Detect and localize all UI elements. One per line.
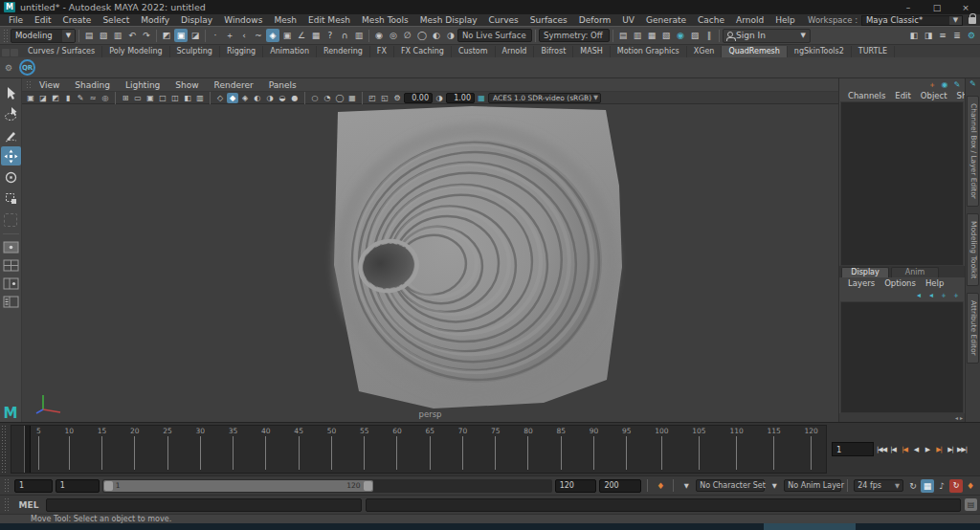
exposure-icon[interactable]: ⚙ [391, 93, 403, 103]
arnold-renderview-icon[interactable]: ◉ [674, 29, 687, 42]
panel-menu-item[interactable]: View [32, 80, 67, 90]
history-half2-icon[interactable]: ◑ [444, 29, 457, 42]
channel-box-list[interactable] [840, 101, 964, 266]
safe-action-icon[interactable]: ◧ [182, 93, 193, 103]
open-scene-icon[interactable]: ▧ [97, 29, 110, 42]
menu-item[interactable]: Surfaces [524, 15, 573, 25]
anim-layer-dropdown[interactable]: No Anim Layer [784, 479, 841, 492]
shelf-tab[interactable]: TURTLE [852, 46, 895, 57]
speed-ramp-icon[interactable]: ◉ [940, 80, 949, 89]
workspace-dropdown[interactable]: Maya Classic* ▼ [861, 15, 963, 26]
channel-box-toggle-icon[interactable]: ≡ [936, 29, 949, 42]
time-slider-preferences-icon[interactable]: ▦ [921, 479, 934, 493]
range-start-handle[interactable] [104, 481, 113, 491]
lasso-select-tool[interactable] [1, 104, 21, 123]
undo-icon[interactable]: ↶ [125, 29, 139, 42]
field-chart-icon[interactable]: ◫ [169, 93, 181, 103]
xray-icon[interactable]: ◰ [367, 93, 378, 103]
shelf-tab[interactable]: QuadRemesh [722, 46, 787, 57]
playback-loop-icon[interactable]: ↻ [906, 479, 920, 493]
step-back-key-button[interactable]: |◀ [899, 444, 910, 455]
chevron-down-icon[interactable]: ▼ [768, 479, 781, 493]
outliner-layout-button[interactable] [2, 295, 20, 309]
safe-title-icon[interactable]: ▥ [194, 93, 206, 103]
panel-menu-item[interactable]: Lighting [118, 80, 167, 90]
menu-item[interactable]: Help [769, 15, 801, 25]
select-object-icon[interactable]: ▣ [174, 29, 188, 42]
workspace-lock-icon[interactable] [969, 17, 976, 24]
range-grip[interactable] [4, 478, 11, 493]
move-layer-up-icon[interactable]: ◂ [914, 291, 924, 300]
resolution-gate-icon[interactable]: ▣ [145, 93, 156, 103]
step-forward-key-button[interactable]: ▶| [933, 444, 945, 455]
modeling-toolkit-toggle-icon[interactable]: ◧ [907, 29, 921, 42]
move-layer-down-icon[interactable]: ◂ [926, 291, 936, 300]
menu-item[interactable]: Mesh Display [414, 15, 483, 25]
menu-item[interactable]: Mesh [268, 15, 302, 25]
image-plane-icon[interactable]: ▮ [62, 93, 74, 103]
gamma-icon[interactable]: ◑ [434, 93, 445, 103]
history-circle-icon[interactable]: ◯ [415, 29, 429, 42]
exposure-field[interactable]: 0.00 [404, 93, 433, 103]
timeline-track[interactable]: 5 10 15 20 25 30 35 [11, 425, 827, 474]
isolate-select-icon[interactable]: ◎ [100, 93, 111, 103]
anim-start-field[interactable]: 1 [14, 479, 53, 493]
shelf-tab[interactable]: Bifrost [534, 46, 573, 57]
shelf-tab[interactable]: Curves / Surfaces [21, 46, 102, 57]
layer-editor-menu-item[interactable]: Layers [843, 278, 880, 288]
lock-camera-icon[interactable]: ▣ [25, 93, 36, 103]
layer-editor-tab[interactable]: Display [841, 267, 889, 277]
range-slider-track[interactable]: 1 120 [102, 479, 552, 493]
live-surface-field[interactable]: No Live Surface [457, 29, 532, 42]
wireframe-icon[interactable]: ◇ [214, 93, 226, 103]
channel-box-menu-item[interactable]: Edit [890, 91, 915, 100]
play-backwards-button[interactable]: ◀ [910, 444, 922, 455]
ipr-render-icon[interactable]: ▦ [645, 29, 658, 42]
select-tool[interactable] [1, 83, 21, 102]
make-object-live-icon[interactable]: ∠ [295, 29, 308, 42]
construction-history-on-icon[interactable]: ◉ [372, 29, 386, 42]
anim-end-field[interactable]: 200 [599, 479, 641, 493]
input-output-connections-icon[interactable]: ▦ [309, 29, 323, 42]
last-tool-slot[interactable] [4, 213, 17, 227]
chevron-down-icon[interactable]: ▼ [679, 479, 693, 493]
shelf-tab[interactable]: Rigging [220, 46, 263, 57]
color-management-icon[interactable]: ▦ [476, 93, 487, 103]
sidebar-tab[interactable]: Attribute Editor [967, 293, 979, 364]
gear-icon[interactable]: ⚙ [5, 63, 12, 73]
snap-to-view-planes-icon[interactable]: ▣ [280, 29, 294, 42]
channel-box-menu-item[interactable]: Object [916, 91, 952, 100]
evaluation-mode-icon[interactable]: ♦ [964, 479, 977, 493]
play-forwards-button[interactable]: ▶ [922, 444, 933, 455]
select-hierarchy-icon[interactable]: ◩ [160, 29, 173, 42]
channel-edit-icon[interactable]: ✎ [952, 80, 962, 89]
pencil-icon[interactable]: ✎ [969, 79, 976, 89]
no-history-icon[interactable]: ∅ [401, 29, 414, 42]
menu-item[interactable]: Generate [640, 15, 692, 25]
shelf-menu-icon[interactable] [2, 49, 18, 56]
channel-box-menu-item[interactable]: Channels [843, 91, 890, 100]
snap-magnet-icon[interactable]: · [209, 29, 222, 42]
layer-scrollbar[interactable]: ◂ ▸ [839, 413, 965, 422]
quad-remesher-button[interactable]: QR [19, 59, 35, 76]
scale-tool[interactable] [1, 188, 21, 208]
shelf-tab[interactable]: FX Caching [394, 46, 452, 57]
menu-set-dropdown[interactable]: Modeling ▼ [11, 29, 76, 43]
select-component-icon[interactable]: ◪ [189, 29, 202, 42]
shelf-tab[interactable]: Poly Modeling [102, 46, 169, 57]
menu-item[interactable]: Display [175, 15, 218, 25]
menu-item[interactable]: UV [616, 15, 640, 25]
panel-menu-item[interactable]: Show [167, 80, 206, 90]
wireframe-on-shaded-icon[interactable]: ◈ [239, 93, 251, 103]
range-slider[interactable]: 1 120 [103, 480, 373, 492]
layer-list[interactable] [840, 301, 964, 413]
menu-item[interactable]: Arnold [730, 15, 769, 25]
shelf-tab[interactable]: Rendering [317, 46, 370, 57]
multisample-aa-icon[interactable]: ◔ [322, 93, 333, 103]
menu-item[interactable]: Create [57, 15, 98, 25]
go-to-start-button[interactable]: |◀◀ [876, 444, 887, 455]
2d-pan-zoom-icon[interactable]: ✎ [75, 93, 86, 103]
viewport-3d[interactable]: persp [22, 104, 838, 422]
mute-sound-icon[interactable]: ♪ [935, 479, 948, 493]
colorspace-dropdown[interactable]: ACES 1.0 SDR-video (sRGB) ▼ [488, 93, 601, 103]
